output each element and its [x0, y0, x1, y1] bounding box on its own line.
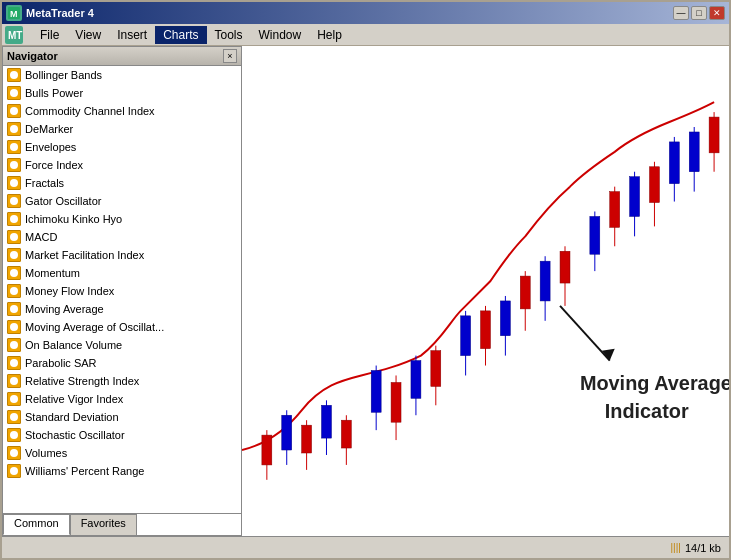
list-item[interactable]: Force Index [3, 156, 241, 174]
list-item[interactable]: Relative Vigor Index [3, 390, 241, 408]
indicator-icon [7, 374, 21, 388]
list-item[interactable]: Volumes [3, 444, 241, 462]
svg-rect-18 [391, 382, 401, 422]
svg-rect-34 [560, 251, 570, 283]
svg-rect-44 [669, 142, 679, 184]
app-logo-icon: MT [4, 25, 24, 45]
list-item[interactable]: Ichimoku Kinko Hyo [3, 210, 241, 228]
list-item[interactable]: Envelopes [3, 138, 241, 156]
menu-window[interactable]: Window [251, 26, 310, 44]
menu-view[interactable]: View [67, 26, 109, 44]
list-item[interactable]: Gator Oscillator [3, 192, 241, 210]
nav-item-label: MACD [25, 231, 57, 243]
indicator-icon [7, 104, 21, 118]
list-item[interactable]: Parabolic SAR [3, 354, 241, 372]
svg-rect-32 [540, 261, 550, 301]
list-item[interactable]: Relative Strength Index [3, 372, 241, 390]
nav-item-label: On Balance Volume [25, 339, 122, 351]
nav-item-label: Envelopes [25, 141, 76, 153]
tab-favorites[interactable]: Favorites [70, 514, 137, 535]
svg-rect-22 [431, 351, 441, 387]
list-item[interactable]: Williams' Percent Range [3, 462, 241, 480]
navigator-close-button[interactable]: × [223, 49, 237, 63]
title-bar: M MetaTrader 4 — □ ✕ [2, 2, 729, 24]
menu-file[interactable]: File [32, 26, 67, 44]
svg-rect-10 [302, 425, 312, 453]
window-title: MetaTrader 4 [26, 7, 94, 19]
indicator-icon [7, 158, 21, 172]
menu-charts[interactable]: Charts [155, 26, 206, 44]
nav-item-label: Stochastic Oscillator [25, 429, 125, 441]
list-item[interactable]: Fractals [3, 174, 241, 192]
svg-rect-24 [461, 316, 471, 356]
title-bar-left: M MetaTrader 4 [6, 5, 94, 21]
indicator-icon [7, 86, 21, 100]
list-item[interactable]: Market Facilitation Index [3, 246, 241, 264]
menu-help[interactable]: Help [309, 26, 350, 44]
minimize-button[interactable]: — [673, 6, 689, 20]
bars-icon: |||| [671, 542, 681, 553]
svg-rect-16 [371, 371, 381, 413]
nav-item-label: Fractals [25, 177, 64, 189]
chart-svg: Moving Average Indicator [242, 46, 729, 536]
list-item[interactable]: MACD [3, 228, 241, 246]
indicator-icon [7, 194, 21, 208]
nav-item-label: Momentum [25, 267, 80, 279]
svg-rect-36 [590, 216, 600, 254]
svg-rect-6 [262, 435, 272, 465]
list-item[interactable]: Moving Average [3, 300, 241, 318]
chart-area[interactable]: Moving Average Indicator [242, 46, 729, 536]
indicator-icon [7, 266, 21, 280]
nav-item-label: Money Flow Index [25, 285, 114, 297]
list-item[interactable]: Commodity Channel Index [3, 102, 241, 120]
nav-item-label: DeMarker [25, 123, 73, 135]
list-item[interactable]: DeMarker [3, 120, 241, 138]
nav-item-label: Bulls Power [25, 87, 83, 99]
indicator-icon [7, 446, 21, 460]
svg-rect-26 [481, 311, 491, 349]
tab-common[interactable]: Common [3, 514, 70, 535]
list-item[interactable]: Moving Average of Oscillat... [3, 318, 241, 336]
list-item[interactable]: Bollinger Bands [3, 66, 241, 84]
indicator-icon [7, 68, 21, 82]
svg-rect-28 [500, 301, 510, 336]
list-item[interactable]: Momentum [3, 264, 241, 282]
indicator-icon [7, 338, 21, 352]
list-item[interactable]: Bulls Power [3, 84, 241, 102]
main-area: Navigator × Bollinger Bands Bulls Power … [2, 46, 729, 536]
nav-item-label: Standard Deviation [25, 411, 119, 423]
svg-rect-20 [411, 361, 421, 399]
main-window: M MetaTrader 4 — □ ✕ MT File View Insert… [0, 0, 731, 560]
svg-rect-4 [242, 72, 729, 509]
menu-insert[interactable]: Insert [109, 26, 155, 44]
indicator-icon [7, 140, 21, 154]
navigator-tabs: Common Favorites [3, 513, 241, 535]
indicator-icon [7, 248, 21, 262]
nav-item-label: Market Facilitation Index [25, 249, 144, 261]
status-bar: |||| 14/1 kb [2, 536, 729, 558]
list-item[interactable]: Money Flow Index [3, 282, 241, 300]
svg-text:Moving Average: Moving Average [580, 372, 729, 394]
navigator-title: Navigator [7, 50, 58, 62]
indicator-icon [7, 230, 21, 244]
indicator-icon [7, 284, 21, 298]
close-button[interactable]: ✕ [709, 6, 725, 20]
nav-item-label: Commodity Channel Index [25, 105, 155, 117]
list-item[interactable]: Standard Deviation [3, 408, 241, 426]
indicator-icon [7, 464, 21, 478]
list-item[interactable]: Stochastic Oscillator [3, 426, 241, 444]
svg-rect-46 [689, 132, 699, 172]
menu-bar: MT File View Insert Charts Tools Window … [2, 24, 729, 46]
svg-rect-12 [322, 405, 332, 438]
indicator-icon [7, 320, 21, 334]
navigator-header: Navigator × [3, 47, 241, 66]
nav-item-label: Relative Strength Index [25, 375, 139, 387]
menu-tools[interactable]: Tools [207, 26, 251, 44]
svg-rect-14 [341, 420, 351, 448]
nav-item-label: Moving Average of Oscillat... [25, 321, 164, 333]
maximize-button[interactable]: □ [691, 6, 707, 20]
nav-item-label: Moving Average [25, 303, 104, 315]
navigator-list[interactable]: Bollinger Bands Bulls Power Commodity Ch… [3, 66, 241, 513]
svg-rect-48 [709, 117, 719, 153]
list-item[interactable]: On Balance Volume [3, 336, 241, 354]
